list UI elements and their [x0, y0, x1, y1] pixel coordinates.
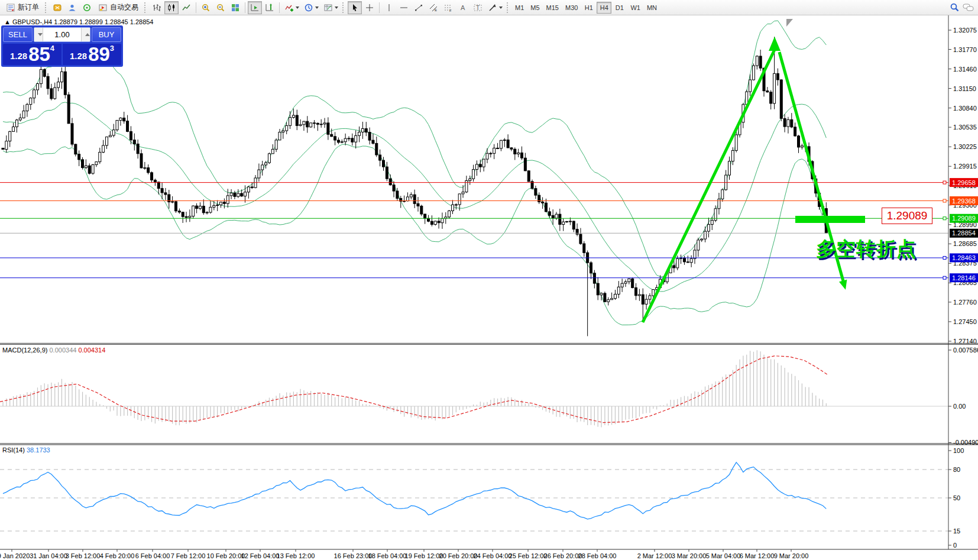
level-endpoint-marker[interactable] [943, 181, 946, 184]
text-tool-button[interactable]: A [456, 1, 470, 14]
volume-increase-button[interactable] [81, 28, 90, 41]
tile-windows-button[interactable] [228, 1, 242, 14]
time-tick-label: 2 Mar 12:00 [637, 552, 672, 559]
candle [683, 258, 685, 262]
candle [365, 129, 367, 132]
candle [756, 56, 758, 66]
level-endpoint-marker[interactable] [943, 217, 946, 220]
auto-scroll-button[interactable] [248, 1, 262, 14]
autotrading-button[interactable]: 自动交易 [95, 1, 142, 14]
macd-main-value: 0.000344 [49, 347, 76, 354]
candle [458, 194, 461, 205]
candle [410, 195, 412, 197]
timeframe-button-MN[interactable]: MN [644, 2, 660, 14]
arrows-tool-button[interactable] [485, 1, 504, 14]
support-bar-annotation[interactable] [795, 216, 865, 223]
time-tick-label: 25 Feb 12:00 [509, 552, 548, 559]
chart-shift-button[interactable] [263, 1, 277, 14]
buy-price[interactable]: 1.28 89 3 [63, 44, 121, 65]
candle [552, 215, 554, 218]
candle [455, 205, 457, 205]
level-endpoint-marker[interactable] [943, 256, 946, 259]
candle [95, 162, 98, 165]
sell-button[interactable]: SELL [3, 27, 33, 42]
candle [731, 150, 734, 161]
zoom-out-button[interactable] [213, 1, 228, 14]
candle [393, 185, 395, 191]
annotation-text[interactable]: 多空转折点 [816, 236, 917, 263]
candle [389, 179, 391, 185]
timeframe-button-D1[interactable]: D1 [612, 2, 627, 14]
collapse-triangle-icon[interactable]: ▲ [4, 18, 11, 25]
bar-chart-button[interactable] [150, 1, 164, 14]
templates-button[interactable] [321, 1, 340, 14]
up-trend-arrow[interactable] [643, 50, 775, 322]
candle [331, 134, 333, 137]
timeframe-button-H4[interactable]: H4 [597, 2, 611, 14]
sell-price-big: 85 [28, 44, 50, 64]
candle [773, 73, 776, 103]
svg-text:F: F [449, 9, 452, 12]
indicators-button[interactable] [282, 1, 301, 14]
timeframe-button-W1[interactable]: W1 [627, 2, 643, 14]
bollinger-band-line [3, 144, 826, 325]
one-click-trading-panel: SELL BUY 1.28 85 4 1.28 89 3 [1, 25, 123, 67]
text-label-icon: T [473, 3, 482, 12]
candle [161, 189, 163, 193]
candle [462, 192, 464, 194]
buy-button[interactable]: BUY [92, 27, 121, 42]
vertical-line-tool-button[interactable] [382, 1, 396, 14]
horizontal-line-tool-button[interactable] [397, 1, 411, 14]
crosshair-tool-button[interactable] [362, 1, 377, 14]
rsi-indicator-label: RSI(14) 38.1733 [2, 446, 50, 454]
candle [206, 212, 208, 213]
new-order-button[interactable]: 新订单 [2, 1, 43, 14]
channel-tool-button[interactable]: E [426, 1, 441, 14]
timeframe-button-H1[interactable]: H1 [581, 2, 596, 14]
timeframe-button-M1[interactable]: M1 [512, 2, 527, 14]
fibonacci-tool-button[interactable]: F [441, 1, 455, 14]
timeframe-button-M5[interactable]: M5 [527, 2, 542, 14]
volume-decrease-button[interactable] [34, 28, 43, 41]
search-button[interactable] [947, 1, 961, 14]
candle [728, 161, 731, 175]
candle [140, 154, 143, 168]
candle [327, 123, 329, 134]
candle [337, 140, 339, 143]
svg-text:1.28146: 1.28146 [952, 274, 976, 281]
text-label-tool-button[interactable]: T [471, 1, 485, 14]
volume-input[interactable] [43, 28, 81, 41]
line-chart-button[interactable] [179, 1, 193, 14]
zoom-in-button[interactable] [199, 1, 213, 14]
candle [652, 290, 655, 296]
timeframe-button-M15[interactable]: M15 [543, 2, 562, 14]
candle [106, 137, 108, 145]
sell-price[interactable]: 1.28 85 4 [3, 44, 61, 65]
candle [57, 82, 60, 88]
chat-button[interactable] [961, 1, 976, 14]
down-arrowhead-icon [839, 280, 847, 290]
periods-button[interactable] [302, 1, 320, 14]
candlestick-chart-button[interactable] [164, 1, 179, 14]
candle [566, 222, 568, 222]
candle [642, 294, 644, 304]
candle [133, 140, 135, 144]
timeframe-button-M30[interactable]: M30 [562, 2, 581, 14]
level-endpoint-marker[interactable] [943, 276, 946, 279]
clock-icon [304, 3, 313, 12]
signals-button[interactable] [80, 1, 94, 14]
level-endpoint-marker[interactable] [943, 199, 946, 202]
candle [234, 193, 236, 196]
price-tick-label: 1.27760 [953, 299, 977, 306]
metaeditor-button[interactable] [50, 1, 64, 14]
candle [182, 212, 184, 216]
trendline-tool-button[interactable] [412, 1, 426, 14]
candle [348, 138, 350, 139]
price-callout-label[interactable]: 1.29089 [882, 208, 932, 224]
candle [500, 140, 502, 148]
cursor-tool-button[interactable] [348, 1, 362, 14]
candle [434, 221, 436, 225]
candle [237, 193, 239, 196]
market-watch-button[interactable] [65, 1, 79, 14]
price-tick-label: 1.27450 [953, 318, 977, 325]
